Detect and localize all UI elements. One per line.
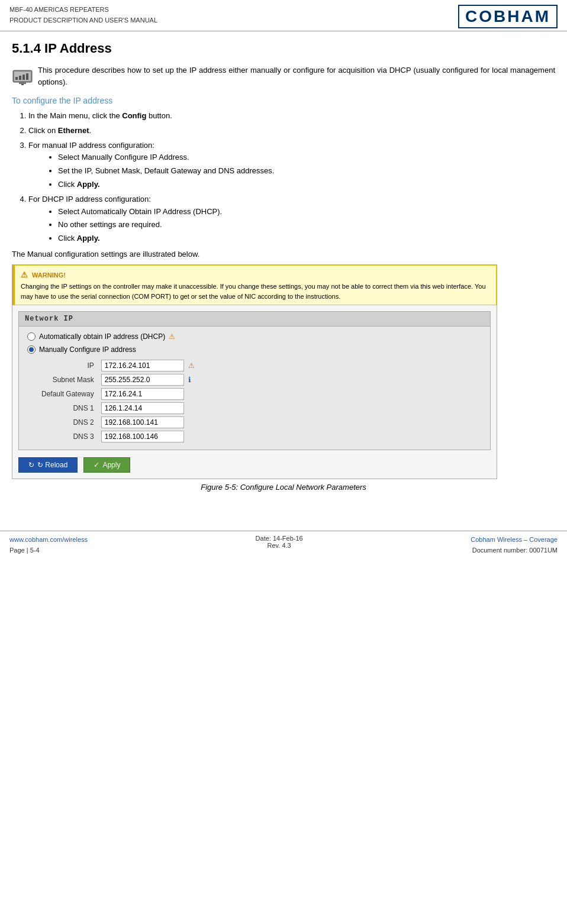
warning-title-text: WARNING!: [32, 272, 66, 279]
step-2: Click on Ethernet.: [28, 125, 555, 137]
svg-rect-2: [15, 77, 18, 80]
label-dns3: DNS 3: [39, 429, 99, 444]
label-subnet: Subnet Mask: [39, 373, 99, 387]
dhcp-bullet-3: Click Apply.: [58, 232, 555, 245]
manual-bullet-1: Select Manually Configure IP Address.: [58, 151, 555, 164]
subnet-info-icon: ℹ: [188, 376, 191, 384]
section-number: 5.1.4: [12, 41, 41, 56]
svg-rect-4: [22, 75, 25, 80]
field-gateway: Default Gateway: [39, 387, 197, 401]
warning-bar: ⚠ WARNING! Changing the IP settings on t…: [12, 265, 497, 306]
footer-doc-number: Document number: 00071UM: [471, 545, 558, 556]
dhcp-bullet-2: No other settings are required.: [58, 219, 555, 231]
svg-rect-3: [19, 76, 21, 80]
manual-bullets: Select Manually Configure IP Address. Se…: [58, 151, 555, 190]
step-4: For DHCP IP address configuration: Selec…: [28, 193, 555, 245]
input-gateway[interactable]: [101, 388, 184, 400]
label-gateway: Default Gateway: [39, 387, 99, 401]
ip-warn-icon: ⚠: [188, 361, 195, 370]
apply-label: Apply: [102, 461, 120, 469]
footer-right: Cobham Wireless – Coverage Document numb…: [471, 535, 558, 555]
input-dns2[interactable]: [101, 416, 184, 428]
apply-button[interactable]: ✓ Apply: [83, 457, 130, 473]
svg-rect-6: [19, 82, 26, 84]
step2-bold: Ethernet: [58, 126, 89, 135]
footer-rev: Rev. 4.3: [256, 542, 303, 549]
warning-title: ⚠ WARNING!: [21, 269, 490, 281]
manual-bullet-2: Set the IP, Subnet Mask, Default Gateway…: [58, 165, 555, 177]
footer-left: www.cobham.com/wireless Page | 5-4: [9, 535, 88, 555]
subsection-heading: To configure the IP address: [12, 96, 555, 105]
svg-rect-5: [26, 73, 28, 80]
step-1: In the Main menu, click the Config butto…: [28, 110, 555, 122]
page-footer: www.cobham.com/wireless Page | 5-4 Date:…: [0, 531, 567, 559]
svg-rect-7: [21, 84, 24, 85]
step1-bold: Config: [122, 111, 146, 120]
field-dns2: DNS 2: [39, 415, 197, 429]
figure-intro: The Manual configuration settings are il…: [12, 250, 555, 259]
ethernet-icon: [12, 66, 33, 87]
screenshot-box: ⚠ WARNING! Changing the IP settings on t…: [12, 264, 497, 480]
radio-dhcp-circle[interactable]: [27, 332, 36, 341]
header-left: MBF-40 AMERICAS REPEATERS PRODUCT DESCRI…: [9, 5, 157, 25]
field-subnet: Subnet Mask ℹ: [39, 373, 197, 387]
warning-text: Changing the IP settings on the controll…: [21, 282, 490, 301]
intro-row: This procedure describes how to set up t…: [12, 64, 555, 88]
input-dns3[interactable]: [101, 431, 184, 442]
footer-website: www.cobham.com/wireless: [9, 535, 88, 545]
step-3: For manual IP address configuration: Sel…: [28, 140, 555, 191]
steps-list: In the Main menu, click the Config butto…: [28, 110, 555, 245]
header-line2: PRODUCT DESCRIPTION AND USER'S MANUAL: [9, 15, 157, 26]
panel-header: Network IP: [19, 312, 490, 327]
label-dns2: DNS 2: [39, 415, 99, 429]
footer-cobham: Cobham Wireless – Coverage: [471, 535, 558, 545]
page-header: MBF-40 AMERICAS REPEATERS PRODUCT DESCRI…: [0, 0, 567, 31]
footer-center: Date: 14-Feb-16 Rev. 4.3: [256, 535, 303, 555]
label-ip: IP: [39, 358, 99, 373]
figure-caption: Figure 5-5: Configure Local Network Para…: [12, 483, 555, 492]
manual-bullet-3: Click Apply.: [58, 179, 555, 191]
panel-body: Automatically obtain IP address (DHCP) ⚠…: [19, 327, 490, 450]
label-dns1: DNS 1: [39, 401, 99, 415]
input-subnet[interactable]: [101, 374, 184, 386]
radio-dhcp-label: Automatically obtain IP address (DHCP): [39, 332, 165, 341]
footer-page: Page | 5-4: [9, 545, 88, 556]
dhcp-bullet-1: Select Automatically Obtain IP Address (…: [58, 206, 555, 218]
field-dns3: DNS 3: [39, 429, 197, 444]
radio-manual-label: Manually Configure IP address: [39, 345, 136, 354]
button-row: ↻ ↻ Reload ✓ Apply: [18, 457, 491, 473]
warning-icon: ⚠: [21, 270, 28, 279]
header-line1: MBF-40 AMERICAS REPEATERS: [9, 5, 157, 15]
section-heading: IP Address: [44, 41, 112, 56]
reload-label: ↻ Reload: [37, 461, 67, 469]
logo-text: COBHAM: [458, 5, 558, 28]
apply-icon: ✓: [94, 461, 99, 469]
field-ip: IP ⚠: [39, 358, 197, 373]
dhcp-warn-icon: ⚠: [169, 332, 175, 341]
input-dns1[interactable]: [101, 402, 184, 414]
ip-form-table: IP ⚠ Subnet Mask ℹ: [39, 358, 197, 444]
footer-date: Date: 14-Feb-16: [256, 535, 303, 542]
radio-manual-circle[interactable]: [27, 345, 36, 354]
network-ip-panel: Network IP Automatically obtain IP addre…: [18, 311, 491, 450]
radio-dhcp-option[interactable]: Automatically obtain IP address (DHCP) ⚠: [27, 332, 482, 341]
radio-manual-option[interactable]: Manually Configure IP address: [27, 345, 482, 354]
cobham-logo: COBHAM: [458, 5, 558, 28]
field-dns1: DNS 1: [39, 401, 197, 415]
input-ip[interactable]: [101, 360, 184, 371]
section-title: 5.1.4 IP Address: [12, 41, 555, 56]
reload-button[interactable]: ↻ ↻ Reload: [18, 457, 78, 473]
intro-text: This procedure describes how to set up t…: [38, 64, 555, 88]
dhcp-bullets: Select Automatically Obtain IP Address (…: [58, 206, 555, 245]
reload-icon: ↻: [28, 461, 34, 469]
main-content: 5.1.4 IP Address This procedure describe…: [0, 35, 567, 507]
